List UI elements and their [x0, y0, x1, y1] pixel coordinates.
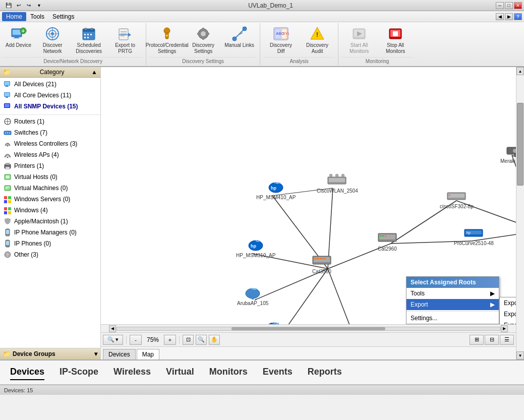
scrollbar-thumb-h[interactable] — [231, 327, 385, 330]
layers-btn[interactable]: ⊞ — [470, 335, 484, 345]
scheduled-discoveries-button[interactable]: Scheduled Discoveries — [71, 24, 106, 56]
sidebar-item-apple[interactable]: Apple/Macintosh (1) — [0, 216, 100, 227]
node-hp-msm310[interactable]: hp HP_MSM310_AP — [236, 238, 275, 258]
scroll-right-btn[interactable]: ▶ — [501, 325, 508, 332]
tab-bottom-wireless[interactable]: Wireless — [113, 365, 151, 380]
sidebar-item-printers[interactable]: Printers (1) — [0, 160, 100, 171]
svg-text:hp: hp — [251, 244, 256, 249]
ribbon-content: + Add Device Di — [0, 22, 524, 66]
qa-more[interactable]: ▾ — [34, 2, 43, 10]
menu-settings[interactable]: Settings — [48, 12, 78, 21]
minimize-button[interactable]: ─ — [496, 2, 504, 9]
node-procurve2510[interactable]: hp ProCurve2510-48 — [454, 227, 494, 246]
sidebar-item-wireless-controllers[interactable]: Wireless Controllers (3) — [0, 138, 100, 149]
protocol-credential-button[interactable]: Protocol/Credential Settings — [149, 24, 185, 56]
export-prtg-button[interactable]: Export to PRTG — [107, 24, 143, 56]
svg-rect-33 — [197, 33, 200, 35]
menu-home[interactable]: Home — [2, 12, 26, 21]
sidebar-item-ip-phone-managers[interactable]: IP Phone Managers (0) — [0, 227, 100, 238]
node-cisco-sf302[interactable]: ciscoSF302-8p — [440, 191, 474, 209]
tab-bottom-monitors[interactable]: Monitors — [209, 365, 248, 380]
scroll-left-btn[interactable]: ◀ — [109, 325, 116, 332]
settings-label: Settings... — [411, 315, 437, 322]
tab-bottom-reports[interactable]: Reports — [308, 365, 342, 380]
discovery-settings-label: Discovery Settings — [188, 42, 218, 54]
sidebar-item-routers[interactable]: Routers (1) — [0, 116, 100, 127]
sidebar-item-wireless-aps[interactable]: Wireless APs (4) — [0, 149, 100, 160]
tab-bottom-ip-scope[interactable]: IP-Scope — [60, 365, 98, 380]
sidebar-item-switches[interactable]: Switches (7) — [0, 127, 100, 138]
node-hp-msm410-label: HP_MSM410_AP — [256, 195, 296, 200]
nav-help[interactable]: ? — [514, 13, 522, 20]
start-all-monitors-button[interactable]: Start All Monitors — [341, 24, 377, 56]
scroll-up-btn[interactable]: ▲ — [516, 67, 524, 75]
sidebar-label-wireless-aps: Wireless APs (4) — [14, 151, 59, 158]
tab-bottom-virtual[interactable]: Virtual — [166, 365, 194, 380]
stop-monitors-icon — [387, 26, 403, 42]
zoom-out-btn[interactable]: - — [130, 335, 142, 345]
manual-links-button[interactable]: Manual Links — [222, 24, 257, 50]
fit-map-btn[interactable]: ⊡ — [183, 335, 194, 345]
discovery-settings-button[interactable]: Discovery Settings — [186, 24, 221, 56]
zoom-region-btn[interactable]: 🔍 — [196, 335, 207, 345]
scroll-down-btn[interactable]: ▼ — [516, 351, 524, 359]
node-cisco-wlan[interactable]: CiscoWLAN_2504 — [317, 173, 357, 194]
nav-forward[interactable]: ▶ — [505, 13, 513, 20]
sidebar-item-other[interactable]: ? Other (3) — [0, 249, 100, 260]
export-svg[interactable]: Export to SVG... — [500, 320, 516, 324]
context-menu-sep — [406, 311, 499, 312]
map-settings-btn[interactable]: ⊟ — [485, 335, 499, 345]
network-map-canvas[interactable]: Cat3560 hp HP_MSM410_AP hp HP — [101, 67, 516, 324]
close-button[interactable]: ✕ — [514, 2, 522, 9]
tab-map[interactable]: Map — [137, 349, 159, 359]
svg-rect-133 — [385, 235, 386, 236]
windows-servers-icon — [3, 195, 12, 204]
svg-text:XYZ: XYZ — [282, 31, 289, 36]
tab-bottom-devices[interactable]: Devices — [10, 365, 44, 380]
svg-point-69 — [7, 157, 9, 158]
tab-bottom-events[interactable]: Events — [263, 365, 293, 380]
sidebar-item-ip-phones[interactable]: IP Phones (0) — [0, 238, 100, 249]
context-menu-export[interactable]: Export ▶ — [406, 299, 499, 310]
qa-redo[interactable]: ↪ — [24, 2, 33, 10]
map-select-dropdown[interactable]: 🔍 ▾ — [103, 335, 123, 345]
discovery-diff-button[interactable]: ABC XYZ Discovery Diff — [263, 24, 299, 56]
sidebar-item-virtual-machines[interactable]: VM Virtual Machines (0) — [0, 183, 100, 194]
node-aruba-ap[interactable]: ArubaAP_105 — [237, 286, 268, 306]
sidebar-item-snmp-devices[interactable]: All SNMP Devices (15) — [0, 101, 100, 112]
discovery-audit-button[interactable]: ! Discovery Audit — [300, 24, 335, 56]
qa-undo[interactable]: ↩ — [14, 2, 23, 10]
node-meraki[interactable]: Meraki_mr12 — [500, 145, 516, 164]
qa-save[interactable]: 💾 — [4, 2, 13, 10]
sidebar-item-windows-servers[interactable]: Windows Servers (0) — [0, 194, 100, 205]
discover-network-button[interactable]: Discover Network — [35, 24, 70, 56]
sidebar-item-virtual-hosts[interactable]: Virtual Hosts (0) — [0, 171, 100, 183]
svg-point-37 — [243, 27, 247, 31]
node-hp-msm410[interactable]: hp HP_MSM410_AP — [256, 181, 296, 200]
sidebar-item-all-devices[interactable]: All Devices (21) — [0, 79, 100, 90]
node-cat3560[interactable]: Cat3560 — [312, 254, 332, 274]
add-device-button[interactable]: + Add Device — [3, 24, 34, 50]
export-pdf[interactable]: Export to PDF... — [500, 309, 516, 320]
context-menu-settings[interactable]: Settings... — [406, 313, 499, 324]
menu-tools[interactable]: Tools — [26, 12, 48, 21]
stop-all-monitors-button[interactable]: Stop All Monitors — [378, 24, 413, 56]
node-cat2960[interactable]: Cat2960 — [377, 231, 397, 252]
list-view-btn[interactable]: ☰ — [500, 335, 514, 345]
export-visio[interactable]: Export to Visio... — [500, 297, 516, 309]
pan-btn[interactable]: ✋ — [209, 335, 220, 345]
svg-text:!: ! — [316, 31, 318, 38]
nav-back[interactable]: ◀ — [496, 13, 504, 20]
tab-devices[interactable]: Devices — [103, 349, 136, 359]
sidebar-item-core-devices[interactable]: All Core Devices (11) — [0, 90, 100, 101]
node-hp-msm710[interactable]: hp HP MSM710 — [260, 321, 288, 324]
scrollbar-thumb-v[interactable] — [517, 103, 523, 186]
sidebar-collapse-icon[interactable]: ▲ — [91, 69, 97, 76]
zoom-in-btn[interactable]: + — [164, 335, 176, 345]
context-menu-tools[interactable]: Tools ▶ — [406, 288, 499, 299]
vertical-scrollbar[interactable]: ▲ ▼ — [516, 67, 524, 359]
horizontal-scrollbar[interactable]: ◀ ▶ — [101, 324, 516, 332]
device-groups-item[interactable]: 📁 Device Groups ▾ — [0, 348, 100, 359]
sidebar-item-windows[interactable]: Windows (4) — [0, 205, 100, 216]
maximize-button[interactable]: □ — [505, 2, 513, 9]
